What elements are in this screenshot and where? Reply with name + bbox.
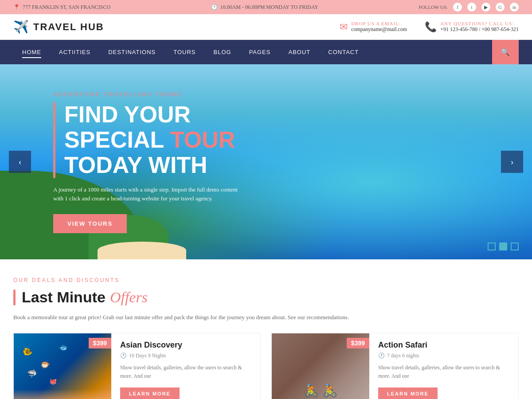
- deals-description: Book a memorable tour at great price! Gr…: [13, 313, 350, 322]
- hours-text: 10.00AM - 06.00PM MONDAY TO FRIDAY: [220, 4, 318, 11]
- hero-section: ‹ › ADVENTURE TRAVELLING THEME FIND YOUR…: [0, 64, 532, 259]
- fish-icon-4: 🦈: [27, 369, 37, 379]
- nav-item-about[interactable]: ABOUT: [279, 41, 319, 63]
- card-2-title: Action Safari: [378, 340, 509, 350]
- address-text: 777 FRANKLIN ST, SAN FRANCISCO: [23, 4, 110, 11]
- hero-cta-button[interactable]: VIEW TOURS: [53, 214, 127, 233]
- hero-title-wrapper: FIND YOUR SPECIAL TOUR TODAY WITH: [53, 102, 248, 178]
- facebook-icon[interactable]: f: [453, 3, 462, 12]
- card-1-duration-text: 10 Days 9 Nights: [129, 352, 166, 359]
- hero-dot-2[interactable]: [499, 243, 507, 250]
- nav-item-contact[interactable]: CONTACT: [319, 41, 368, 63]
- hero-dots: [488, 243, 519, 250]
- hero-dot-3[interactable]: [511, 243, 519, 250]
- card-image-underwater: 🐠 🐡 🐟 🦈 🐙 $399: [14, 333, 111, 399]
- email-icon: ✉: [340, 21, 348, 33]
- card-1-price: $399: [89, 338, 111, 348]
- email-value: companyname@mail.com: [351, 26, 407, 33]
- hero-dot-1[interactable]: [488, 243, 496, 250]
- card-1-duration: 🕐 10 Days 9 Nights: [120, 352, 251, 359]
- logo[interactable]: ✈️ TRAVEL HUB: [13, 20, 104, 34]
- header: ✈️ TRAVEL HUB ✉ DROP US A EMAIL:. compan…: [0, 14, 532, 40]
- nav-item-destinations[interactable]: DESTINATIONS: [99, 41, 164, 63]
- hero-title-border: [53, 102, 55, 178]
- twitter-icon[interactable]: t: [467, 3, 476, 12]
- nav-item-tours[interactable]: TOURS: [164, 41, 204, 63]
- youtube-icon[interactable]: ▶: [481, 3, 490, 12]
- hero-subtitle: ADVENTURE TRAVELLING THEME: [53, 91, 248, 98]
- nav-items: HOME ACTIITIES DESTINATIONS TOURS BLOG P…: [13, 41, 492, 63]
- card-image-safari: 🚴 🚴 $399: [272, 333, 369, 399]
- card-asian-discovery: 🐠 🐡 🐟 🦈 🐙 $399 Asian Discovery 🕐 10 Days…: [13, 333, 261, 399]
- fish-icon-1: 🐠: [23, 347, 32, 356]
- clock-icon-small-2: 🕐: [378, 352, 385, 359]
- deals-title: Last Minute Offers: [13, 289, 519, 306]
- nav-item-pages[interactable]: PAGES: [240, 41, 280, 63]
- search-icon: 🔍: [501, 48, 510, 56]
- email-info: DROP US A EMAIL:. companyname@mail.com: [351, 21, 407, 33]
- deals-title-highlight: Offers: [110, 289, 148, 306]
- card-2-price: $399: [347, 338, 369, 348]
- bikers-icon: 🚴 🚴: [304, 383, 338, 398]
- fish-icon-3: 🐟: [58, 342, 68, 352]
- header-contacts: ✉ DROP US A EMAIL:. companyname@mail.com…: [340, 21, 519, 33]
- phone-label: ANY QUESTIONS? CALL US:.: [440, 21, 519, 26]
- card-2-description: Show travel details, galleries, allow th…: [378, 364, 509, 380]
- address-section: 📍 777 FRANKLIN ST, SAN FRANCISCO: [13, 4, 110, 11]
- clock-icon-small: 🕐: [120, 352, 127, 359]
- hero-title-line1: FIND YOUR: [64, 102, 235, 127]
- hours-section: 🕐 10.00AM - 06.00PM MONDAY TO FRIDAY: [211, 4, 318, 11]
- coral-decoration: [14, 389, 111, 399]
- logo-text: TRAVEL HUB: [33, 21, 104, 33]
- card-1-learn-more[interactable]: LEARN MORE: [120, 387, 180, 399]
- hero-title-plain: SPECIAL: [64, 127, 164, 153]
- card-1-title: Asian Discovery: [120, 340, 251, 350]
- hero-content: ADVENTURE TRAVELLING THEME FIND YOUR SPE…: [53, 91, 248, 233]
- email-label: DROP US A EMAIL:.: [351, 21, 407, 26]
- follow-label: FOLLOW US:: [419, 4, 448, 10]
- card-2-duration: 🕐 7 days 6 nights: [378, 352, 509, 359]
- logo-icon: ✈️: [13, 20, 29, 34]
- nav-item-blog[interactable]: BLOG: [205, 41, 240, 63]
- hero-title-line3: TODAY WITH: [64, 153, 235, 178]
- nav-item-home[interactable]: HOME: [13, 41, 50, 63]
- deals-section: OUR DEALS AND DISCOUNTS Last Minute Offe…: [0, 259, 532, 399]
- location-icon: 📍: [13, 4, 20, 11]
- clock-icon: 🕐: [211, 4, 218, 11]
- email-contact: ✉ DROP US A EMAIL:. companyname@mail.com: [340, 21, 407, 33]
- googleplus-icon[interactable]: G: [496, 3, 505, 12]
- deals-title-bar: [13, 289, 16, 305]
- nav-item-activities[interactable]: ACTIITIES: [50, 41, 99, 63]
- deals-label: OUR DEALS AND DISCOUNTS: [13, 277, 519, 283]
- hero-description: A journey of a 1000 miles starts with a …: [53, 185, 248, 204]
- hero-title: FIND YOUR SPECIAL TOUR TODAY WITH: [64, 102, 235, 178]
- cards-row: 🐠 🐡 🐟 🦈 🐙 $399 Asian Discovery 🕐 10 Days…: [13, 333, 519, 399]
- card-1-body: Asian Discovery 🕐 10 Days 9 Nights Show …: [111, 333, 260, 399]
- search-button[interactable]: 🔍: [492, 40, 519, 64]
- hero-sand: [98, 242, 186, 259]
- phone-contact: 📞 ANY QUESTIONS? CALL US:. +91 123-456-7…: [425, 21, 519, 33]
- social-section: FOLLOW US: f t ▶ G in: [419, 3, 519, 12]
- fish-icon-2: 🐡: [40, 360, 50, 370]
- card-action-safari: 🚴 🚴 $399 Action Safari 🕐 7 days 6 nights…: [271, 333, 519, 399]
- navigation: HOME ACTIITIES DESTINATIONS TOURS BLOG P…: [0, 40, 532, 64]
- card-1-description: Show travel details, galleries, allow th…: [120, 364, 251, 380]
- phone-info: ANY QUESTIONS? CALL US:. +91 123-456-780…: [440, 21, 519, 33]
- phone-value: +91 123-456-780 / +00 987-654-321: [440, 26, 519, 33]
- hero-next-button[interactable]: ›: [501, 151, 523, 173]
- card-2-body: Action Safari 🕐 7 days 6 nights Show tra…: [369, 333, 518, 399]
- linkedin-icon[interactable]: in: [510, 3, 519, 12]
- hero-title-highlight: TOUR: [170, 127, 235, 153]
- hero-prev-button[interactable]: ‹: [9, 151, 31, 173]
- top-bar: 📍 777 FRANKLIN ST, SAN FRANCISCO 🕐 10.00…: [0, 0, 532, 14]
- card-2-duration-text: 7 days 6 nights: [387, 352, 419, 359]
- card-2-learn-more[interactable]: LEARN MORE: [378, 387, 438, 399]
- phone-icon: 📞: [425, 21, 437, 33]
- hero-title-line2: SPECIAL TOUR: [64, 127, 235, 153]
- fish-icon-5: 🐙: [49, 378, 57, 385]
- deals-title-plain: Last Minute: [22, 289, 106, 306]
